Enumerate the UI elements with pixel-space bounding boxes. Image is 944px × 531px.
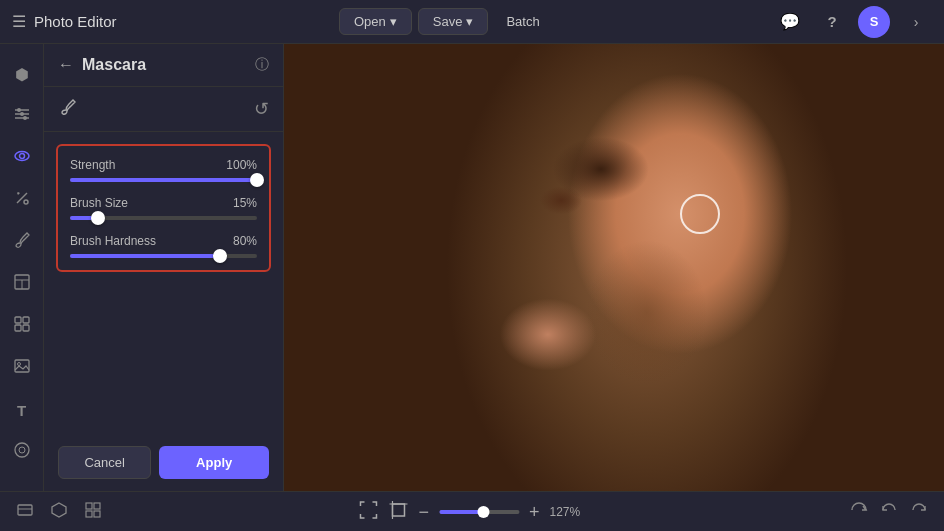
zoom-out-button[interactable]: − (418, 503, 429, 521)
more-button[interactable]: › (900, 6, 932, 38)
brush-icon (13, 231, 31, 253)
avatar[interactable]: S (858, 6, 890, 38)
effects-icon (13, 441, 31, 463)
topbar-left: ☰ Photo Editor (12, 12, 117, 31)
panel-tools: ↺ (44, 87, 283, 132)
brush-size-slider[interactable] (70, 216, 257, 220)
menu-icon[interactable]: ☰ (12, 12, 26, 31)
photo-background (284, 44, 944, 491)
refresh-icon[interactable] (850, 501, 868, 523)
svg-point-8 (24, 200, 28, 204)
svg-rect-25 (94, 511, 100, 517)
svg-rect-26 (392, 504, 404, 516)
sidebar-icon-layers[interactable]: ⬢ (4, 56, 40, 92)
svg-rect-16 (15, 360, 29, 372)
brush-hardness-label: Brush Hardness (70, 234, 156, 248)
sidebar-icon-eye[interactable] (4, 140, 40, 176)
reset-icon[interactable]: ↺ (254, 98, 269, 120)
panel-header: ← Mascara ⓘ (44, 44, 283, 87)
svg-rect-24 (86, 511, 92, 517)
svg-rect-20 (18, 505, 32, 515)
brush-size-label: Brush Size (70, 196, 128, 210)
layers-bottom-icon[interactable] (16, 501, 34, 523)
main-area: ⬢ (0, 44, 944, 491)
sidebar-icon-adjustments[interactable] (4, 98, 40, 134)
back-button[interactable]: ← (58, 57, 74, 73)
strength-slider-row: Strength 100% (70, 158, 257, 182)
svg-rect-13 (23, 317, 29, 323)
panel-actions: Cancel Apply (44, 434, 283, 491)
svg-point-5 (20, 112, 24, 116)
comment-icon: 💬 (780, 12, 800, 31)
svg-rect-12 (15, 317, 21, 323)
grid-icon (13, 315, 31, 337)
cancel-button[interactable]: Cancel (58, 446, 151, 479)
info-icon[interactable]: ⓘ (255, 56, 269, 74)
help-icon: ? (827, 13, 836, 30)
sidebar-icon-effects[interactable] (4, 434, 40, 470)
zoom-slider-thumb[interactable] (477, 506, 489, 518)
sidebar-icon-image[interactable] (4, 350, 40, 386)
svg-point-19 (19, 447, 25, 453)
sidebar-icon-table[interactable] (4, 266, 40, 302)
bottom-center-zoom: − + 127% (358, 500, 585, 524)
app-title: Photo Editor (34, 13, 117, 30)
zoom-value: 127% (550, 505, 586, 519)
adjustments-icon (13, 105, 31, 127)
svg-point-3 (23, 116, 27, 120)
brush-tool-icon[interactable] (58, 97, 78, 121)
sliders-section: Strength 100% Brush Size 15% (56, 144, 271, 272)
brush-hardness-value: 80% (233, 234, 257, 248)
svg-point-18 (15, 443, 29, 457)
shape-bottom-icon[interactable] (50, 501, 68, 523)
image-icon (13, 357, 31, 379)
bottom-bar: − + 127% (0, 491, 944, 531)
brush-size-value: 15% (233, 196, 257, 210)
svg-point-17 (17, 363, 20, 366)
strength-value: 100% (226, 158, 257, 172)
svg-rect-23 (94, 503, 100, 509)
sidebar-icon-brush[interactable] (4, 224, 40, 260)
batch-button[interactable]: Batch (494, 9, 551, 34)
brush-hardness-slider-row: Brush Hardness 80% (70, 234, 257, 258)
zoom-slider[interactable] (439, 510, 519, 514)
brush-hardness-slider[interactable] (70, 254, 257, 258)
bottom-right-actions (850, 501, 928, 523)
sidebar-icon-text[interactable]: T (4, 392, 40, 428)
mascara-panel: ← Mascara ⓘ ↺ Strength 100% (44, 44, 284, 491)
crop-icon[interactable] (388, 500, 408, 524)
undo-icon[interactable] (880, 501, 898, 523)
strength-slider[interactable] (70, 178, 257, 182)
svg-rect-15 (23, 325, 29, 331)
redo-icon[interactable] (910, 501, 928, 523)
save-button[interactable]: Save ▾ (418, 8, 489, 35)
chevron-down-icon: › (914, 14, 919, 30)
zoom-in-button[interactable]: + (529, 503, 540, 521)
face-overlay (284, 44, 944, 491)
comment-button[interactable]: 💬 (774, 6, 806, 38)
icon-sidebar: ⬢ (0, 44, 44, 491)
grid-bottom-icon[interactable] (84, 501, 102, 523)
svg-rect-14 (15, 325, 21, 331)
image-area[interactable] (284, 44, 944, 491)
topbar-center: Open ▾ Save ▾ Batch (339, 8, 552, 35)
brush-size-slider-row: Brush Size 15% (70, 196, 257, 220)
text-icon: T (17, 402, 26, 419)
table-icon (13, 273, 31, 295)
topbar: ☰ Photo Editor Open ▾ Save ▾ Batch 💬 ? S… (0, 0, 944, 44)
strength-label: Strength (70, 158, 115, 172)
open-button[interactable]: Open ▾ (339, 8, 412, 35)
fit-icon[interactable] (358, 500, 378, 524)
eye-icon (13, 147, 31, 169)
svg-rect-22 (86, 503, 92, 509)
sidebar-icon-magic[interactable] (4, 182, 40, 218)
apply-button[interactable]: Apply (159, 446, 269, 479)
help-button[interactable]: ? (816, 6, 848, 38)
bottom-left-tools (16, 501, 102, 523)
svg-point-7 (19, 154, 24, 159)
layers-icon: ⬢ (15, 65, 29, 84)
topbar-right: 💬 ? S › (774, 6, 932, 38)
panel-title: Mascara (82, 56, 247, 74)
svg-point-1 (17, 108, 21, 112)
sidebar-icon-grid[interactable] (4, 308, 40, 344)
